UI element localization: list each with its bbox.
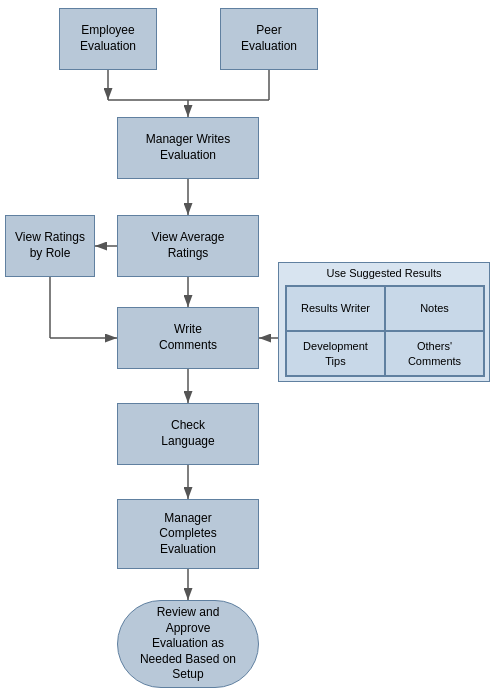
peer-evaluation-label: PeerEvaluation	[241, 23, 297, 54]
suggested-notes: Notes	[385, 286, 484, 331]
write-comments-label: WriteComments	[159, 322, 217, 353]
suggested-development-tips: DevelopmentTips	[286, 331, 385, 376]
view-average-ratings-label: View AverageRatings	[152, 230, 225, 261]
peer-evaluation-box: PeerEvaluation	[220, 8, 318, 70]
use-suggested-title: Use Suggested Results	[279, 267, 489, 279]
employee-evaluation-box: Employee Evaluation	[59, 8, 157, 70]
employee-evaluation-label: Employee Evaluation	[66, 23, 150, 54]
review-approve-label: Review andApproveEvaluation asNeeded Bas…	[140, 605, 236, 683]
write-comments-box: WriteComments	[117, 307, 259, 369]
manager-completes-label: ManagerCompletesEvaluation	[159, 511, 216, 558]
use-suggested-results-container: Use Suggested Results Results Writer Not…	[278, 262, 490, 382]
manager-writes-label: Manager WritesEvaluation	[146, 132, 230, 163]
check-language-box: CheckLanguage	[117, 403, 259, 465]
manager-writes-box: Manager WritesEvaluation	[117, 117, 259, 179]
view-ratings-role-label: View Ratingsby Role	[15, 230, 85, 261]
suggested-others-comments: Others'Comments	[385, 331, 484, 376]
flowchart: Employee Evaluation PeerEvaluation Manag…	[0, 0, 501, 696]
suggested-results-grid: Results Writer Notes DevelopmentTips Oth…	[285, 285, 485, 377]
review-approve-box: Review andApproveEvaluation asNeeded Bas…	[117, 600, 259, 688]
view-average-ratings-box: View AverageRatings	[117, 215, 259, 277]
view-ratings-role-box: View Ratingsby Role	[5, 215, 95, 277]
manager-completes-box: ManagerCompletesEvaluation	[117, 499, 259, 569]
check-language-label: CheckLanguage	[161, 418, 214, 449]
suggested-results-writer: Results Writer	[286, 286, 385, 331]
